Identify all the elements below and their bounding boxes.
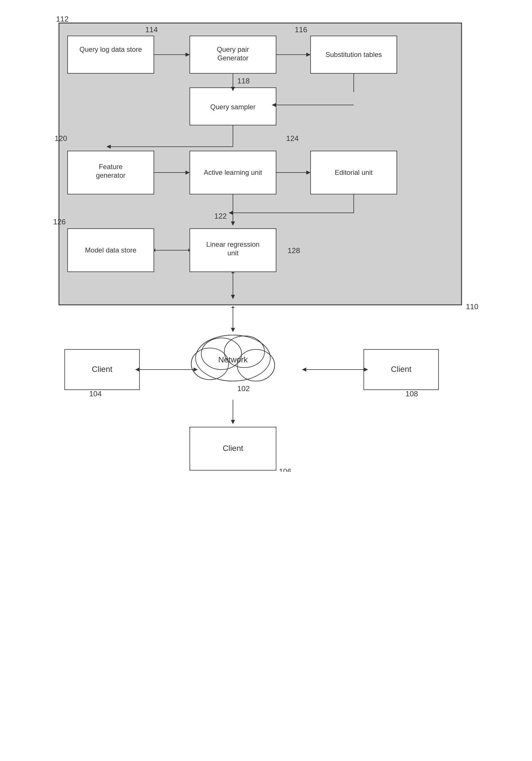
linear-regression-label2: unit: [227, 249, 239, 257]
arrowhead-to-client3: [231, 420, 235, 424]
query-log-label: Query log data store: [79, 45, 142, 53]
substitution-tables-label: Substitution tables: [325, 51, 382, 58]
query-sampler-label: Query sampler: [210, 103, 255, 111]
label-110: 110: [466, 302, 478, 311]
label-128: 128: [288, 246, 300, 255]
main-diagram-svg: 112 110 114 116 Query log data store Que…: [36, 12, 496, 472]
label-118: 118: [237, 77, 250, 85]
query-log-box: [68, 36, 154, 73]
query-pair-gen-label1: Query pair: [217, 45, 249, 53]
label-112: 112: [56, 15, 68, 23]
client1-label: Client: [92, 365, 112, 374]
label-108: 108: [405, 389, 418, 398]
feature-gen-label2: generator: [96, 171, 126, 179]
diagram-container: 112 110 114 116 Query log data store Que…: [36, 12, 496, 472]
label-114: 114: [145, 25, 157, 34]
svg-text:Network: Network: [218, 355, 248, 364]
network-cloud: Network: [191, 335, 275, 381]
label-104: 104: [89, 389, 101, 398]
arrowhead-client2-left: [302, 368, 306, 372]
arrowhead-from-network: [231, 306, 235, 308]
client3-label: Client: [222, 444, 243, 453]
label-116: 116: [295, 25, 307, 34]
active-learning-label: Active learning unit: [204, 168, 262, 176]
label-106: 106: [279, 467, 291, 472]
label-122: 122: [214, 212, 227, 220]
linear-regression-label1: Linear regression: [206, 240, 260, 248]
label-126: 126: [53, 217, 66, 226]
query-pair-gen-label2: Generator: [217, 54, 249, 62]
model-data-store-label: Model data store: [85, 246, 137, 254]
feature-gen-label1: Feature: [99, 163, 123, 171]
label-120: 120: [55, 134, 67, 143]
label-102: 102: [237, 384, 250, 393]
arrowhead-to-network: [231, 328, 235, 332]
editorial-unit-label: Editorial unit: [335, 168, 373, 176]
client2-label: Client: [391, 365, 411, 374]
label-124: 124: [286, 134, 299, 143]
